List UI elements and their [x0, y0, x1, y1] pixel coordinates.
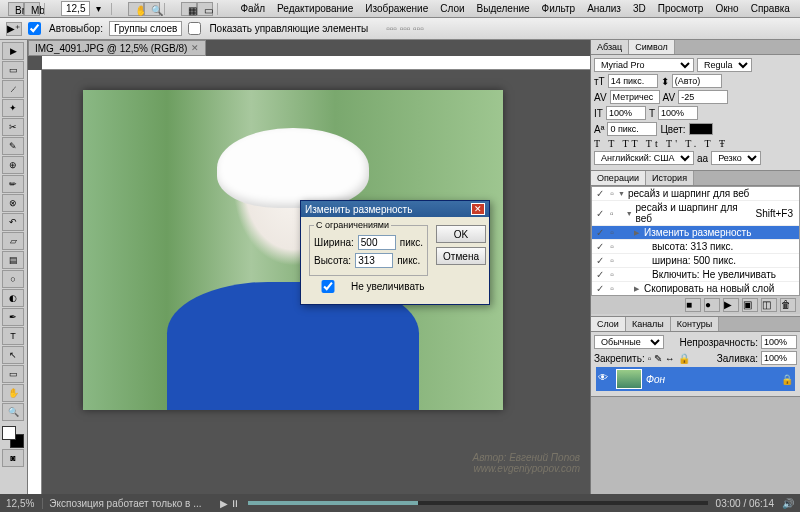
- width-input[interactable]: [358, 235, 396, 250]
- hand-icon[interactable]: ✋: [128, 2, 144, 16]
- move-tool[interactable]: ▶: [2, 42, 24, 60]
- hand-tool[interactable]: ✋: [2, 384, 24, 402]
- dodge-tool[interactable]: ◐: [2, 289, 24, 307]
- eraser-tool[interactable]: ▱: [2, 232, 24, 250]
- stamp-tool[interactable]: ⊗: [2, 194, 24, 212]
- dialog-close-icon[interactable]: ✕: [471, 203, 485, 215]
- opacity-label: Непрозрачность:: [679, 337, 758, 348]
- menu-layer[interactable]: Слои: [434, 1, 470, 16]
- autoselect-mode[interactable]: Группы слоев: [109, 21, 182, 36]
- shape-tool[interactable]: ▭: [2, 365, 24, 383]
- autoselect-check[interactable]: [28, 22, 41, 35]
- arrange-icon[interactable]: ▦: [181, 2, 197, 16]
- brush-tool[interactable]: ✏: [2, 175, 24, 193]
- menu-filter[interactable]: Фильтр: [536, 1, 582, 16]
- noenlarge-check[interactable]: [309, 280, 347, 293]
- new-icon[interactable]: ◫: [761, 298, 777, 312]
- dialog-title-bar[interactable]: Изменить размерность ✕: [301, 201, 489, 217]
- zoom-input[interactable]: 12,5: [61, 1, 90, 16]
- menu-image[interactable]: Изображение: [359, 1, 434, 16]
- menu-window[interactable]: Окно: [709, 1, 744, 16]
- color-swatch[interactable]: [2, 426, 24, 448]
- menu-edit[interactable]: Редактирование: [271, 1, 359, 16]
- height-input[interactable]: [355, 253, 393, 268]
- layer-row[interactable]: 👁 Фон 🔒: [596, 367, 795, 391]
- action-item[interactable]: ✓▫Включить: Не увеличивать: [592, 268, 799, 282]
- action-item[interactable]: ✓▫▼ресайз и шарпинг для вебShift+F3: [592, 201, 799, 226]
- action-item[interactable]: ✓▫▼ресайз и шарпинг для веб: [592, 187, 799, 201]
- action-item[interactable]: ✓▫▶Изменить размерность: [592, 226, 799, 240]
- wand-tool[interactable]: ✦: [2, 99, 24, 117]
- type-tool[interactable]: T: [2, 327, 24, 345]
- leading-input[interactable]: [672, 74, 722, 88]
- playback-controls[interactable]: ▶ ⏸: [220, 498, 241, 509]
- tab-actions[interactable]: Операции: [591, 171, 646, 185]
- tab-layers[interactable]: Слои: [591, 317, 626, 331]
- crop-tool[interactable]: ✂: [2, 118, 24, 136]
- kerning-input[interactable]: [610, 90, 660, 104]
- mask-tool[interactable]: ◙: [2, 449, 24, 467]
- cancel-button[interactable]: Отмена: [436, 247, 486, 265]
- marquee-tool[interactable]: ▭: [2, 61, 24, 79]
- lock-icons[interactable]: ▫ ✎ ↔ 🔒: [648, 353, 690, 364]
- ok-button[interactable]: OK: [436, 225, 486, 243]
- action-item[interactable]: ✓▫высота: 313 пикс.: [592, 240, 799, 254]
- tab-history[interactable]: История: [646, 171, 694, 185]
- menu-view[interactable]: Просмотр: [652, 1, 710, 16]
- menu-select[interactable]: Выделение: [471, 1, 536, 16]
- menu-analysis[interactable]: Анализ: [581, 1, 627, 16]
- tab-channels[interactable]: Каналы: [626, 317, 671, 331]
- screen-icon[interactable]: ▭: [197, 2, 213, 16]
- move-tool-icon[interactable]: ▶⁺: [6, 22, 22, 36]
- type-style-row[interactable]: T T TT Tt T' T. T Ŧ: [594, 138, 797, 149]
- author-credit: Автор: Евгений Попов www.evgeniypopov.co…: [473, 452, 581, 474]
- trash-icon[interactable]: 🗑: [780, 298, 796, 312]
- tab-character[interactable]: Символ: [629, 40, 674, 54]
- hscale-input[interactable]: [658, 106, 698, 120]
- document-tab[interactable]: IMG_4091.JPG @ 12,5% (RGB/8) ✕: [28, 40, 206, 56]
- tab-paragraph[interactable]: Абзац: [591, 40, 629, 54]
- doc-close-icon[interactable]: ✕: [191, 43, 199, 53]
- fontsize-input[interactable]: [608, 74, 658, 88]
- progress-bar[interactable]: [248, 501, 707, 505]
- heal-tool[interactable]: ⊕: [2, 156, 24, 174]
- zoom-icon[interactable]: 🔍: [144, 2, 160, 16]
- br-button[interactable]: Br: [8, 2, 24, 16]
- mb-button[interactable]: Mb: [24, 2, 40, 16]
- actions-list[interactable]: ✓▫▼ресайз и шарпинг для веб✓▫▼ресайз и ш…: [591, 186, 800, 296]
- tracking-input[interactable]: [678, 90, 728, 104]
- font-select[interactable]: Myriad Pro: [594, 58, 694, 72]
- eye-icon[interactable]: 👁: [598, 372, 612, 386]
- color-swatch-text[interactable]: [689, 123, 713, 135]
- folder-icon[interactable]: ▣: [742, 298, 758, 312]
- lang-select[interactable]: Английский: США: [594, 151, 694, 165]
- status-zoom[interactable]: 12,5%: [6, 498, 34, 509]
- play-icon[interactable]: ▶: [723, 298, 739, 312]
- menu-help[interactable]: Справка: [745, 1, 796, 16]
- blend-select[interactable]: Обычные: [594, 335, 664, 349]
- eyedrop-tool[interactable]: ✎: [2, 137, 24, 155]
- history-tool[interactable]: ↶: [2, 213, 24, 231]
- align-icons[interactable]: ▫▫▫ ▫▫▫ ▫▫▫: [386, 23, 423, 34]
- blur-tool[interactable]: ○: [2, 270, 24, 288]
- tab-paths[interactable]: Контуры: [671, 317, 719, 331]
- opacity-input[interactable]: [761, 335, 797, 349]
- style-select[interactable]: Regular: [697, 58, 752, 72]
- action-item[interactable]: ✓▫ширина: 500 пикс.: [592, 254, 799, 268]
- baseline-input[interactable]: [607, 122, 657, 136]
- stop-icon[interactable]: ■: [685, 298, 701, 312]
- menu-file[interactable]: Файл: [234, 1, 271, 16]
- zoom-tool[interactable]: 🔍: [2, 403, 24, 421]
- fill-input[interactable]: [761, 351, 797, 365]
- action-item[interactable]: ✓▫▶Скопировать на новый слой: [592, 282, 799, 296]
- pen-tool[interactable]: ✒: [2, 308, 24, 326]
- path-tool[interactable]: ↖: [2, 346, 24, 364]
- vscale-input[interactable]: [606, 106, 646, 120]
- menu-3d[interactable]: 3D: [627, 1, 652, 16]
- record-icon[interactable]: ●: [704, 298, 720, 312]
- controls-check[interactable]: [188, 22, 201, 35]
- lasso-tool[interactable]: ⟋: [2, 80, 24, 98]
- aa-select[interactable]: Резкое: [711, 151, 761, 165]
- gradient-tool[interactable]: ▤: [2, 251, 24, 269]
- volume-icon[interactable]: 🔊: [782, 498, 794, 509]
